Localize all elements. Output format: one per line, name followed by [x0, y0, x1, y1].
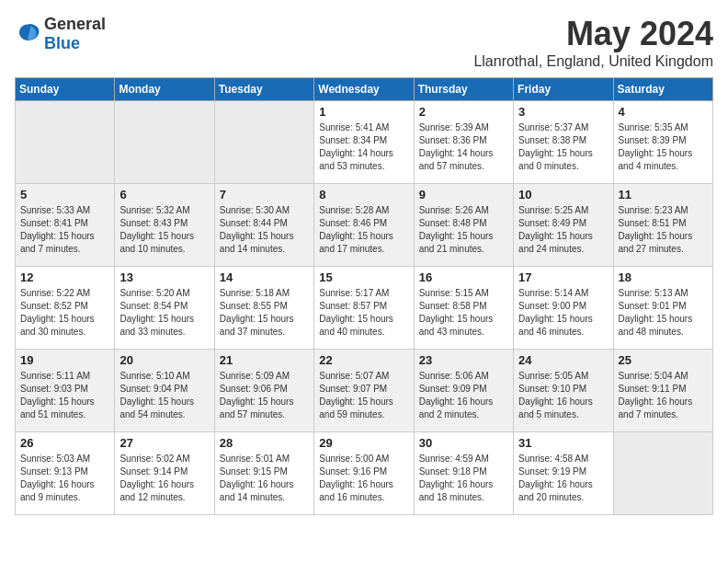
- day-cell: 21Sunrise: 5:09 AMSunset: 9:06 PMDayligh…: [214, 350, 313, 432]
- day-number: 17: [518, 270, 608, 284]
- day-info: Sunrise: 5:11 AMSunset: 9:03 PMDaylight:…: [20, 371, 95, 419]
- day-cell: 11Sunrise: 5:23 AMSunset: 8:51 PMDayligh…: [613, 184, 712, 267]
- day-info: Sunrise: 5:02 AMSunset: 9:14 PMDaylight:…: [119, 454, 194, 502]
- day-cell: 26Sunrise: 5:03 AMSunset: 9:13 PMDayligh…: [16, 432, 115, 515]
- day-cell: 29Sunrise: 5:00 AMSunset: 9:16 PMDayligh…: [314, 432, 414, 515]
- logo-general: General: [44, 15, 106, 33]
- day-cell: 14Sunrise: 5:18 AMSunset: 8:55 PMDayligh…: [214, 267, 313, 350]
- day-cell: 28Sunrise: 5:01 AMSunset: 9:15 PMDayligh…: [214, 432, 313, 515]
- day-info: Sunrise: 5:05 AMSunset: 9:10 PMDaylight:…: [518, 371, 593, 419]
- day-cell: [115, 101, 214, 184]
- month-title: May 2024: [473, 15, 713, 53]
- logo: General Blue: [15, 15, 106, 53]
- day-number: 31: [518, 436, 608, 450]
- day-cell: 22Sunrise: 5:07 AMSunset: 9:07 PMDayligh…: [314, 350, 414, 432]
- day-info: Sunrise: 5:03 AMSunset: 9:13 PMDaylight:…: [20, 454, 95, 502]
- day-cell: 9Sunrise: 5:26 AMSunset: 8:48 PMDaylight…: [414, 184, 513, 267]
- day-cell: 7Sunrise: 5:30 AMSunset: 8:44 PMDaylight…: [214, 184, 313, 267]
- day-number: 4: [619, 105, 708, 119]
- day-info: Sunrise: 5:39 AMSunset: 8:36 PMDaylight:…: [419, 122, 494, 171]
- day-info: Sunrise: 5:30 AMSunset: 8:44 PMDaylight:…: [220, 205, 294, 254]
- day-cell: 24Sunrise: 5:05 AMSunset: 9:10 PMDayligh…: [514, 350, 613, 432]
- day-info: Sunrise: 5:37 AMSunset: 8:38 PMDaylight:…: [518, 122, 593, 171]
- header-cell-wednesday: Wednesday: [314, 78, 414, 101]
- week-row-5: 26Sunrise: 5:03 AMSunset: 9:13 PMDayligh…: [16, 432, 713, 515]
- logo-blue: Blue: [44, 34, 80, 52]
- day-number: 22: [319, 353, 408, 367]
- day-number: 7: [220, 188, 309, 201]
- header-row: SundayMondayTuesdayWednesdayThursdayFrid…: [16, 78, 713, 101]
- day-cell: [16, 101, 115, 184]
- day-cell: 23Sunrise: 5:06 AMSunset: 9:09 PMDayligh…: [414, 350, 513, 432]
- day-number: 19: [20, 353, 109, 367]
- header-cell-monday: Monday: [115, 78, 214, 101]
- day-cell: [214, 101, 313, 184]
- day-info: Sunrise: 5:14 AMSunset: 9:00 PMDaylight:…: [518, 288, 593, 337]
- header-cell-thursday: Thursday: [414, 78, 513, 101]
- day-number: 6: [119, 188, 209, 201]
- day-number: 26: [20, 436, 109, 450]
- day-info: Sunrise: 5:25 AMSunset: 8:49 PMDaylight:…: [518, 205, 593, 254]
- day-number: 30: [419, 436, 508, 450]
- header-cell-tuesday: Tuesday: [214, 78, 313, 101]
- week-row-4: 19Sunrise: 5:11 AMSunset: 9:03 PMDayligh…: [16, 350, 713, 432]
- day-cell: 13Sunrise: 5:20 AMSunset: 8:54 PMDayligh…: [115, 267, 214, 350]
- day-info: Sunrise: 5:17 AMSunset: 8:57 PMDaylight:…: [319, 288, 393, 337]
- day-number: 3: [518, 105, 608, 119]
- day-info: Sunrise: 5:04 AMSunset: 9:11 PMDaylight:…: [619, 371, 693, 419]
- day-number: 1: [319, 105, 408, 119]
- day-number: 8: [319, 188, 408, 201]
- day-cell: 8Sunrise: 5:28 AMSunset: 8:46 PMDaylight…: [314, 184, 414, 267]
- day-info: Sunrise: 5:32 AMSunset: 8:43 PMDaylight:…: [119, 205, 194, 254]
- day-cell: 4Sunrise: 5:35 AMSunset: 8:39 PMDaylight…: [613, 101, 712, 184]
- day-cell: 20Sunrise: 5:10 AMSunset: 9:04 PMDayligh…: [115, 350, 214, 432]
- week-row-1: 1Sunrise: 5:41 AMSunset: 8:34 PMDaylight…: [16, 101, 713, 184]
- day-info: Sunrise: 5:10 AMSunset: 9:04 PMDaylight:…: [119, 371, 194, 419]
- day-number: 24: [518, 353, 608, 367]
- day-cell: 18Sunrise: 5:13 AMSunset: 9:01 PMDayligh…: [613, 267, 712, 350]
- week-row-2: 5Sunrise: 5:33 AMSunset: 8:41 PMDaylight…: [16, 184, 713, 267]
- day-number: 27: [119, 436, 209, 450]
- day-number: 14: [220, 270, 309, 284]
- header-cell-saturday: Saturday: [613, 78, 712, 101]
- day-number: 11: [619, 188, 708, 201]
- week-row-3: 12Sunrise: 5:22 AMSunset: 8:52 PMDayligh…: [16, 267, 713, 350]
- page-header: General Blue May 2024 Llanrothal, Englan…: [15, 15, 713, 70]
- day-number: 10: [518, 188, 608, 201]
- logo-text: General Blue: [44, 15, 106, 53]
- day-cell: 5Sunrise: 5:33 AMSunset: 8:41 PMDaylight…: [16, 184, 115, 267]
- day-number: 12: [20, 270, 109, 284]
- day-info: Sunrise: 5:20 AMSunset: 8:54 PMDaylight:…: [119, 288, 194, 337]
- day-info: Sunrise: 5:41 AMSunset: 8:34 PMDaylight:…: [319, 122, 393, 171]
- day-cell: 16Sunrise: 5:15 AMSunset: 8:58 PMDayligh…: [414, 267, 513, 350]
- day-cell: 31Sunrise: 4:58 AMSunset: 9:19 PMDayligh…: [514, 432, 613, 515]
- location-title: Llanrothal, England, United Kingdom: [473, 53, 713, 70]
- day-info: Sunrise: 5:13 AMSunset: 9:01 PMDaylight:…: [619, 288, 693, 337]
- day-info: Sunrise: 5:35 AMSunset: 8:39 PMDaylight:…: [619, 122, 693, 171]
- day-cell: 12Sunrise: 5:22 AMSunset: 8:52 PMDayligh…: [16, 267, 115, 350]
- day-number: 15: [319, 270, 408, 284]
- day-cell: 15Sunrise: 5:17 AMSunset: 8:57 PMDayligh…: [314, 267, 414, 350]
- day-number: 20: [119, 353, 209, 367]
- day-number: 2: [419, 105, 508, 119]
- title-block: May 2024 Llanrothal, England, United Kin…: [473, 15, 713, 70]
- day-info: Sunrise: 5:23 AMSunset: 8:51 PMDaylight:…: [619, 205, 693, 254]
- header-cell-sunday: Sunday: [16, 78, 115, 101]
- calendar-table: SundayMondayTuesdayWednesdayThursdayFrid…: [15, 77, 713, 515]
- day-number: 5: [20, 188, 109, 201]
- day-info: Sunrise: 5:07 AMSunset: 9:07 PMDaylight:…: [319, 371, 393, 419]
- day-number: 21: [220, 353, 309, 367]
- day-info: Sunrise: 4:58 AMSunset: 9:19 PMDaylight:…: [518, 454, 593, 502]
- day-cell: 2Sunrise: 5:39 AMSunset: 8:36 PMDaylight…: [414, 101, 513, 184]
- day-info: Sunrise: 5:28 AMSunset: 8:46 PMDaylight:…: [319, 205, 393, 254]
- day-number: 13: [119, 270, 209, 284]
- day-cell: 10Sunrise: 5:25 AMSunset: 8:49 PMDayligh…: [514, 184, 613, 267]
- day-number: 9: [419, 188, 508, 201]
- day-info: Sunrise: 5:06 AMSunset: 9:09 PMDaylight:…: [419, 371, 494, 419]
- header-cell-friday: Friday: [514, 78, 613, 101]
- day-cell: [613, 432, 712, 515]
- day-info: Sunrise: 5:33 AMSunset: 8:41 PMDaylight:…: [20, 205, 95, 254]
- day-info: Sunrise: 5:01 AMSunset: 9:15 PMDaylight:…: [220, 454, 294, 502]
- day-cell: 17Sunrise: 5:14 AMSunset: 9:00 PMDayligh…: [514, 267, 613, 350]
- day-number: 29: [319, 436, 408, 450]
